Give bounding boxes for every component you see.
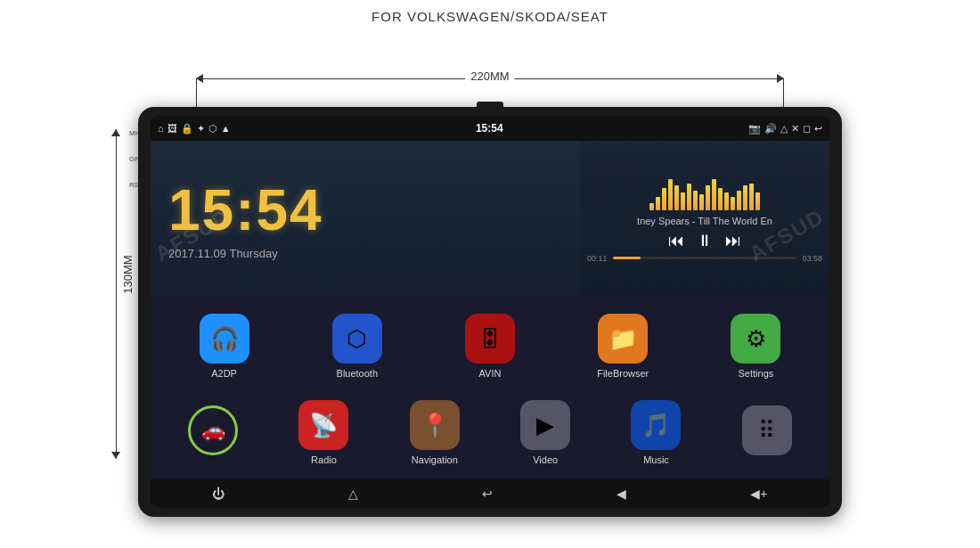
app-item-music[interactable]: 🎵 Music	[600, 393, 711, 472]
lock-icon: 🔒	[181, 123, 193, 135]
eq-bar	[724, 192, 729, 210]
progress-bar[interactable]	[613, 257, 797, 259]
back-nav-button[interactable]: ↩	[482, 487, 493, 501]
eq-bar	[749, 184, 754, 210]
wifi-icon: ▲	[221, 123, 231, 134]
eq-bar	[712, 179, 716, 210]
next-track-button[interactable]: ⏭	[725, 232, 741, 250]
prev-track-button[interactable]: ⏮	[668, 232, 684, 250]
status-time: 15:54	[476, 122, 503, 135]
volume-icon[interactable]: 🔊	[764, 123, 777, 135]
app-label: Music	[643, 454, 669, 465]
eq-bar	[681, 192, 685, 210]
play-pause-button[interactable]: ⏸	[697, 232, 713, 250]
eq-bar	[649, 203, 654, 210]
home-icon[interactable]: ⌂	[158, 123, 164, 134]
eq-bar	[656, 197, 660, 210]
app-icon: 🎵	[631, 400, 681, 450]
app-item-avin[interactable]: 🎛 AVIN	[423, 307, 556, 386]
eq-bar	[737, 191, 741, 210]
music-progress: 00:11 03:58	[587, 254, 822, 263]
camera-icon: 📷	[748, 123, 761, 135]
eq-bar	[693, 191, 698, 210]
nav-bar: ⏻△↩◀◀+	[151, 479, 829, 508]
time-total: 03:58	[802, 254, 822, 263]
page-title: FOR VOLKSWAGEN/SKODA/SEAT	[0, 0, 980, 24]
clock-display: 15:54	[168, 177, 562, 243]
app-item-extra[interactable]: ⠿	[712, 393, 822, 472]
device-notch	[477, 102, 503, 110]
eq-bar	[706, 185, 710, 210]
time-current: 00:11	[587, 254, 608, 263]
eq-bar	[662, 188, 666, 210]
music-panel: tney Spears - Till The World En ⏮ ⏸ ⏭ 00…	[580, 141, 829, 296]
app-item-radio[interactable]: 📡 Radio	[268, 393, 379, 472]
music-equalizer	[649, 175, 760, 210]
app-label: Video	[533, 454, 558, 465]
app-icon: 🎛	[465, 314, 515, 364]
eq-bar	[699, 194, 704, 210]
status-icons-right: 📷 🔊 △ ✕ ◻ ↩	[748, 123, 822, 135]
app-item-settings[interactable]: ⚙ Settings	[690, 307, 822, 386]
status-icons-left: ⌂ 🖼 🔒 ✦ ⬡ ▲	[158, 123, 231, 135]
app-label: AVIN	[479, 368, 502, 379]
clock-panel: 15:54 2017.11.09 Thursday	[151, 141, 580, 296]
back-icon[interactable]: ↩	[814, 123, 822, 135]
music-track: tney Spears - Till The World En	[637, 216, 772, 226]
progress-fill	[613, 257, 641, 259]
app-icon: 📁	[598, 314, 648, 364]
screen-bezel: ⌂ 🖼 🔒 ✦ ⬡ ▲ 15:54 📷 🔊 △ ✕ ◻ ↩ 1	[151, 116, 829, 508]
home-nav-button[interactable]: △	[348, 487, 358, 501]
app-label: Bluetooth	[337, 368, 378, 379]
dim-arrow-top	[111, 129, 120, 136]
app-icon: ⬡	[332, 314, 382, 364]
eq-bar	[755, 192, 760, 210]
dim-arrow-left	[196, 74, 203, 83]
app-icon: ⠿	[742, 405, 792, 455]
eq-bar	[668, 179, 673, 210]
app-item-filebrowser[interactable]: 📁 FileBrowser	[557, 307, 690, 386]
android-icon: ◻	[803, 123, 811, 135]
vol-down-button[interactable]: ◀+	[750, 487, 767, 501]
app-label: Settings	[739, 368, 774, 379]
app-item-video[interactable]: ▶ Video	[490, 393, 600, 472]
dim-label-horizontal: 220MM	[465, 70, 514, 83]
app-grid-row2: 🚗 📡 Radio 📍 Navigation ▶ Video 🎵 Music ⠿	[151, 389, 829, 479]
bluetooth-status-icon: ⬡	[208, 123, 217, 135]
app-label: Navigation	[412, 454, 458, 465]
app-icon: 🎧	[200, 314, 249, 364]
image-icon: 🖼	[167, 123, 177, 134]
app-item-extra[interactable]: 🚗	[158, 393, 268, 472]
app-label: FileBrowser	[597, 368, 649, 379]
eq-bar	[743, 185, 747, 210]
prev-nav-button[interactable]: ◀	[617, 487, 626, 501]
app-label: Radio	[311, 454, 337, 465]
eq-bar	[718, 188, 723, 210]
app-item-navigation[interactable]: 📍 Navigation	[380, 393, 490, 472]
eject-icon[interactable]: △	[780, 123, 788, 135]
app-grid-row1: 🎧 A2DP ⬡ Bluetooth 🎛 AVIN 📁 FileBrowser …	[151, 296, 829, 389]
app-item-a2dp[interactable]: 🎧 A2DP	[158, 307, 290, 386]
close-icon[interactable]: ✕	[791, 123, 799, 135]
dim-arrow-bottom	[111, 452, 120, 459]
app-icon: 🚗	[188, 405, 238, 455]
app-item-bluetooth[interactable]: ⬡ Bluetooth	[290, 307, 423, 386]
app-label: A2DP	[211, 368, 237, 379]
top-panel: 15:54 2017.11.09 Thursday tney Spears - …	[151, 141, 829, 296]
status-bar: ⌂ 🖼 🔒 ✦ ⬡ ▲ 15:54 📷 🔊 △ ✕ ◻ ↩	[151, 116, 829, 141]
eq-bar	[674, 185, 679, 210]
dim-line-vertical	[116, 129, 117, 459]
screen-content: 15:54 2017.11.09 Thursday tney Spears - …	[151, 141, 829, 479]
date-display: 2017.11.09 Thursday	[168, 247, 562, 260]
app-icon: ⚙	[731, 314, 780, 364]
device-frame: ⌂ 🖼 🔒 ✦ ⬡ ▲ 15:54 📷 🔊 △ ✕ ◻ ↩ 1	[138, 107, 842, 517]
app-icon: 📍	[410, 400, 460, 450]
app-icon: 📡	[298, 400, 348, 450]
dim-label-vertical: 130MM	[121, 251, 135, 297]
usb-icon: ✦	[197, 123, 205, 135]
app-icon: ▶	[520, 400, 570, 450]
eq-bar	[687, 184, 691, 210]
power-button[interactable]: ⏻	[212, 487, 225, 501]
eq-bar	[731, 197, 735, 210]
music-controls: ⏮ ⏸ ⏭	[668, 232, 741, 250]
